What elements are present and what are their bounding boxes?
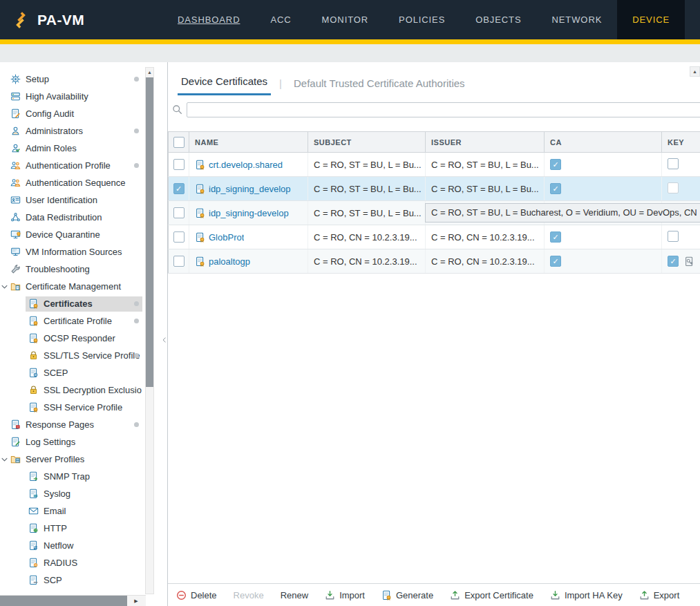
ca-checkbox[interactable]: ✓: [550, 183, 561, 194]
column-header-name[interactable]: NAME: [189, 132, 308, 153]
import-button[interactable]: Import: [316, 590, 373, 600]
scrollbar-thumb[interactable]: [0, 596, 127, 606]
content-scroll-up-icon[interactable]: ▲: [690, 66, 700, 77]
tab-device-certificates[interactable]: Device Certificates: [178, 75, 271, 95]
sidebar-item-certificate-profile[interactable]: Certificate Profile: [0, 312, 145, 330]
sidebar-item-data-redistribution[interactable]: Data Redistribution: [0, 209, 145, 226]
sidebar-item-authentication-sequence[interactable]: Authentication Sequence: [0, 174, 145, 191]
ca-checkbox[interactable]: ✓: [550, 256, 561, 267]
generate-button[interactable]: Generate: [373, 590, 442, 600]
sidebar-item-server-profiles[interactable]: Server Profiles: [0, 451, 145, 468]
ca-checkbox[interactable]: ✓: [550, 159, 561, 170]
search-input[interactable]: [187, 102, 700, 117]
tab-default-trusted-certificate-authorities[interactable]: Default Trusted Certificate Authorities: [290, 77, 469, 95]
nav-item-policies[interactable]: POLICIES: [384, 0, 460, 39]
sidebar-item-label: Log Settings: [26, 437, 75, 447]
certificate-name-link[interactable]: paloaltogp: [209, 256, 250, 267]
tree-expand-icon[interactable]: [1, 455, 8, 463]
sidebar-item-troubleshooting[interactable]: Troubleshooting: [0, 261, 145, 278]
sidebar-item-syslog[interactable]: Syslog: [0, 485, 145, 502]
row-checkbox[interactable]: ✓: [173, 183, 185, 194]
export-certificate-button[interactable]: Export Certificate: [442, 590, 542, 600]
table-row[interactable]: crt.develop.sharedC = RO, ST = BU, L = B…: [169, 153, 700, 177]
column-header-issuer[interactable]: ISSUER: [426, 132, 545, 153]
key-checkbox[interactable]: [668, 182, 679, 193]
sidebar-item-scp[interactable]: SCP: [0, 571, 145, 589]
row-checkbox[interactable]: [173, 231, 185, 243]
sidebar-vertical-scrollbar[interactable]: ▲: [145, 67, 154, 594]
sidebar-item-high-availability[interactable]: High Availability: [0, 88, 145, 105]
table-row[interactable]: GlobProtC = RO, CN = 10.2.3.19...C = RO,…: [169, 225, 700, 249]
nav-item-device[interactable]: DEVICE: [617, 0, 685, 39]
column-header-ca[interactable]: CA: [545, 132, 662, 153]
sidebar-item-certificates[interactable]: Certificates: [0, 295, 145, 312]
select-all-checkbox[interactable]: [173, 137, 185, 148]
certificate-name-link[interactable]: idp_signing_develop: [209, 184, 291, 194]
key-checkbox[interactable]: [668, 158, 679, 169]
brand[interactable]: PA-VM: [0, 0, 104, 39]
sidebar-item-label: VM Information Sources: [26, 247, 122, 257]
issuer-expanded-value: C = RO, ST = BU, L = Bucharest, O = Veri…: [425, 203, 700, 222]
nav-item-dashboard[interactable]: DASHBOARD: [162, 0, 255, 39]
nav-item-acc[interactable]: ACC: [255, 0, 306, 39]
sidebar-item-snmp-trap[interactable]: SNMP Trap: [0, 468, 145, 485]
scroll-up-icon[interactable]: ▲: [146, 68, 153, 77]
key-checkbox[interactable]: [668, 231, 679, 242]
row-checkbox[interactable]: [173, 207, 185, 218]
scrollbar-thumb[interactable]: [146, 77, 153, 387]
sidebar-item-vm-information-sources[interactable]: VM Information Sources: [0, 243, 145, 261]
table-row[interactable]: ✓idp_signing_developC = RO, ST = BU, L =…: [169, 177, 700, 201]
certificate-name-link[interactable]: crt.develop.shared: [209, 160, 283, 170]
import-ha-key-button[interactable]: Import HA Key: [542, 590, 631, 600]
sidebar-item-ocsp-responder[interactable]: OCSP Responder: [0, 330, 145, 347]
nav-item-network[interactable]: NETWORK: [537, 0, 618, 39]
column-header-key[interactable]: KEY: [662, 132, 700, 153]
certificate-name-link[interactable]: idp_signing-develop: [209, 208, 289, 218]
sidebar-item-setup[interactable]: Setup: [0, 70, 145, 88]
sidebar-item-authentication-profile[interactable]: Authentication Profile: [0, 157, 145, 174]
sidebar-item-config-audit[interactable]: Config Audit: [0, 105, 145, 122]
sidebar-horizontal-scrollbar[interactable]: ▶: [0, 595, 146, 606]
sidebar-item-radius[interactable]: RADIUS: [0, 554, 145, 571]
key-checkbox[interactable]: ✓: [668, 256, 679, 267]
sidebar-item-user-identification[interactable]: User Identification: [0, 191, 145, 209]
sidebar-item-log-settings[interactable]: Log Settings: [0, 433, 145, 451]
tab-bar: Device Certificates | Default Trusted Ce…: [168, 62, 700, 95]
sidebar-item-response-pages[interactable]: Response Pages: [0, 416, 145, 433]
scroll-right-icon[interactable]: ▶: [129, 596, 143, 606]
syslog-icon: [28, 489, 39, 499]
sidebar-item-certificate-management[interactable]: Certificate Management: [0, 278, 145, 295]
sidebar-item-label: User Identification: [26, 195, 97, 205]
row-checkbox[interactable]: [173, 159, 185, 170]
sidebar-item-ssl-decryption-exclusio[interactable]: SSL Decryption Exclusio: [0, 381, 145, 399]
table-row[interactable]: paloaltogpC = RO, CN = 10.2.3.19...C = R…: [169, 249, 700, 274]
sidebar-item-scep[interactable]: SCEP: [0, 364, 145, 381]
sidebar-item-label: High Availability: [26, 91, 88, 102]
column-header-subject[interactable]: SUBJECT: [308, 132, 426, 153]
toolbar-button-label: Export: [654, 590, 680, 600]
sidebar-item-netflow[interactable]: Netflow: [0, 537, 145, 554]
sidebar-item-admin-roles[interactable]: Admin Roles: [0, 140, 145, 157]
ca-checkbox[interactable]: ✓: [550, 231, 561, 243]
nav-item-objects[interactable]: OBJECTS: [460, 0, 536, 39]
renew-button[interactable]: Renew: [272, 590, 316, 600]
sidebar-item-device-quarantine[interactable]: Device Quarantine: [0, 226, 145, 243]
revoke-button[interactable]: Revoke: [225, 590, 272, 600]
search-bar: [172, 102, 700, 119]
nav-item-label: DASHBOARD: [178, 15, 240, 25]
sidebar-item-email[interactable]: Email: [0, 502, 145, 520]
sidebar-item-ssl-tls-service-profile[interactable]: SSL/TLS Service Profile: [0, 347, 145, 364]
sidebar-item-ssh-service-profile[interactable]: SSH Service Profile: [0, 399, 145, 416]
export-button[interactable]: Export: [631, 590, 688, 600]
nav-item-monitor[interactable]: MONITOR: [307, 0, 384, 39]
tree-expand-icon[interactable]: [1, 283, 8, 290]
certificate-name-link[interactable]: GlobProt: [209, 232, 244, 243]
row-checkbox[interactable]: [173, 256, 185, 267]
issuer-cell: C = RO, ST = BU, L = Bu...: [426, 177, 545, 201]
sidebar-item-http[interactable]: HTTP: [0, 520, 145, 537]
table-row[interactable]: idp_signing-developC = RO, ST = BU, L = …: [169, 201, 700, 225]
sidebar-item-administrators[interactable]: Administrators: [0, 122, 145, 140]
delete-button[interactable]: Delete: [168, 590, 225, 600]
nav-item-label: POLICIES: [399, 15, 445, 25]
http-icon: [28, 523, 39, 533]
